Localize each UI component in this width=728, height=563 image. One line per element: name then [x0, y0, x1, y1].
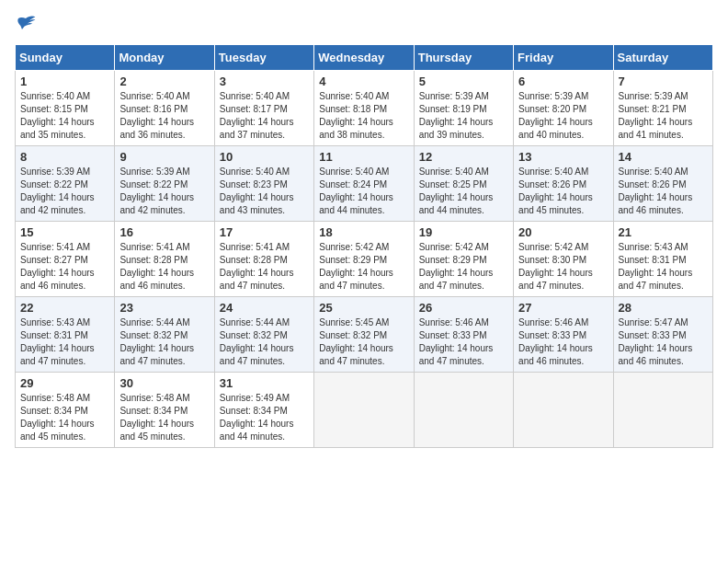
page-header [15, 15, 713, 33]
day-number: 30 [119, 376, 209, 390]
day-detail: Sunrise: 5:39 AMSunset: 8:22 PMDaylight:… [20, 166, 109, 217]
day-detail: Sunrise: 5:39 AMSunset: 8:19 PMDaylight:… [419, 90, 508, 142]
day-number: 22 [20, 301, 109, 315]
calendar-day-cell: 13 Sunrise: 5:40 AMSunset: 8:26 PMDaylig… [514, 146, 613, 222]
logo-bird-icon [15, 15, 37, 33]
day-number: 6 [518, 75, 608, 88]
calendar-day-cell: 18 Sunrise: 5:42 AMSunset: 8:29 PMDaylig… [314, 222, 414, 297]
day-detail: Sunrise: 5:42 AMSunset: 8:30 PMDaylight:… [518, 241, 608, 293]
day-detail: Sunrise: 5:47 AMSunset: 8:33 PMDaylight:… [619, 316, 708, 368]
day-number: 18 [319, 225, 408, 239]
day-number: 1 [20, 75, 109, 88]
calendar-day-cell: 14 Sunrise: 5:40 AMSunset: 8:26 PMDaylig… [613, 146, 712, 222]
calendar-day-cell: 7 Sunrise: 5:39 AMSunset: 8:21 PMDayligh… [613, 71, 712, 146]
calendar-day-cell: 21 Sunrise: 5:43 AMSunset: 8:31 PMDaylig… [613, 222, 712, 297]
day-number: 5 [419, 75, 508, 88]
day-number: 7 [619, 75, 708, 88]
calendar-day-cell [314, 373, 414, 448]
weekday-header-tuesday: Tuesday [214, 45, 313, 71]
day-detail: Sunrise: 5:41 AMSunset: 8:28 PMDaylight:… [119, 241, 209, 293]
calendar-day-cell: 26 Sunrise: 5:46 AMSunset: 8:33 PMDaylig… [414, 297, 513, 373]
day-number: 27 [518, 301, 608, 315]
calendar-day-cell [514, 373, 613, 448]
day-number: 15 [20, 225, 109, 239]
day-detail: Sunrise: 5:40 AMSunset: 8:15 PMDaylight:… [20, 90, 109, 142]
calendar-day-cell: 15 Sunrise: 5:41 AMSunset: 8:27 PMDaylig… [16, 222, 115, 297]
calendar-week-row: 22 Sunrise: 5:43 AMSunset: 8:31 PMDaylig… [16, 297, 713, 373]
calendar-day-cell: 22 Sunrise: 5:43 AMSunset: 8:31 PMDaylig… [16, 297, 115, 373]
day-detail: Sunrise: 5:40 AMSunset: 8:16 PMDaylight:… [119, 90, 209, 142]
calendar-day-cell: 12 Sunrise: 5:40 AMSunset: 8:25 PMDaylig… [414, 146, 513, 222]
calendar-day-cell: 20 Sunrise: 5:42 AMSunset: 8:30 PMDaylig… [514, 222, 613, 297]
calendar-header-row: SundayMondayTuesdayWednesdayThursdayFrid… [16, 45, 713, 71]
day-detail: Sunrise: 5:39 AMSunset: 8:22 PMDaylight:… [119, 166, 209, 217]
day-number: 8 [20, 150, 109, 164]
day-detail: Sunrise: 5:42 AMSunset: 8:29 PMDaylight:… [419, 241, 508, 293]
day-number: 17 [220, 225, 309, 239]
day-number: 13 [518, 150, 608, 164]
day-number: 9 [119, 150, 209, 164]
weekday-header-sunday: Sunday [16, 45, 115, 71]
calendar-day-cell: 9 Sunrise: 5:39 AMSunset: 8:22 PMDayligh… [115, 146, 214, 222]
calendar-day-cell: 27 Sunrise: 5:46 AMSunset: 8:33 PMDaylig… [514, 297, 613, 373]
day-detail: Sunrise: 5:39 AMSunset: 8:21 PMDaylight:… [619, 90, 708, 142]
calendar-table: SundayMondayTuesdayWednesdayThursdayFrid… [15, 44, 713, 448]
calendar-week-row: 15 Sunrise: 5:41 AMSunset: 8:27 PMDaylig… [16, 222, 713, 297]
calendar-day-cell: 23 Sunrise: 5:44 AMSunset: 8:32 PMDaylig… [115, 297, 214, 373]
weekday-header-thursday: Thursday [414, 45, 513, 71]
day-detail: Sunrise: 5:43 AMSunset: 8:31 PMDaylight:… [20, 316, 109, 368]
calendar-day-cell: 31 Sunrise: 5:49 AMSunset: 8:34 PMDaylig… [214, 373, 313, 448]
day-number: 28 [619, 301, 708, 315]
calendar-day-cell [613, 373, 712, 448]
calendar-day-cell: 19 Sunrise: 5:42 AMSunset: 8:29 PMDaylig… [414, 222, 513, 297]
day-detail: Sunrise: 5:40 AMSunset: 8:23 PMDaylight:… [220, 166, 309, 217]
weekday-header-friday: Friday [514, 45, 613, 71]
weekday-header-wednesday: Wednesday [314, 45, 414, 71]
calendar-day-cell: 1 Sunrise: 5:40 AMSunset: 8:15 PMDayligh… [16, 71, 115, 146]
day-detail: Sunrise: 5:49 AMSunset: 8:34 PMDaylight:… [220, 392, 309, 443]
day-number: 19 [419, 225, 508, 239]
calendar-day-cell: 17 Sunrise: 5:41 AMSunset: 8:28 PMDaylig… [214, 222, 313, 297]
day-number: 3 [220, 75, 309, 88]
day-detail: Sunrise: 5:45 AMSunset: 8:32 PMDaylight:… [319, 316, 408, 368]
calendar-day-cell: 28 Sunrise: 5:47 AMSunset: 8:33 PMDaylig… [613, 297, 712, 373]
calendar-day-cell: 24 Sunrise: 5:44 AMSunset: 8:32 PMDaylig… [214, 297, 313, 373]
day-detail: Sunrise: 5:39 AMSunset: 8:20 PMDaylight:… [518, 90, 608, 142]
day-detail: Sunrise: 5:43 AMSunset: 8:31 PMDaylight:… [619, 241, 708, 293]
calendar-week-row: 8 Sunrise: 5:39 AMSunset: 8:22 PMDayligh… [16, 146, 713, 222]
day-detail: Sunrise: 5:40 AMSunset: 8:24 PMDaylight:… [319, 166, 408, 217]
day-number: 31 [220, 376, 309, 390]
day-detail: Sunrise: 5:40 AMSunset: 8:25 PMDaylight:… [419, 166, 508, 217]
day-number: 26 [419, 301, 508, 315]
calendar-day-cell: 25 Sunrise: 5:45 AMSunset: 8:32 PMDaylig… [314, 297, 414, 373]
day-detail: Sunrise: 5:46 AMSunset: 8:33 PMDaylight:… [419, 316, 508, 368]
calendar-day-cell: 8 Sunrise: 5:39 AMSunset: 8:22 PMDayligh… [16, 146, 115, 222]
day-detail: Sunrise: 5:44 AMSunset: 8:32 PMDaylight:… [119, 316, 209, 368]
calendar-day-cell: 3 Sunrise: 5:40 AMSunset: 8:17 PMDayligh… [214, 71, 313, 146]
day-number: 2 [119, 75, 209, 88]
day-detail: Sunrise: 5:41 AMSunset: 8:28 PMDaylight:… [220, 241, 309, 293]
day-detail: Sunrise: 5:40 AMSunset: 8:26 PMDaylight:… [619, 166, 708, 217]
weekday-header-saturday: Saturday [613, 45, 712, 71]
day-detail: Sunrise: 5:44 AMSunset: 8:32 PMDaylight:… [220, 316, 309, 368]
calendar-day-cell: 16 Sunrise: 5:41 AMSunset: 8:28 PMDaylig… [115, 222, 214, 297]
calendar-week-row: 29 Sunrise: 5:48 AMSunset: 8:34 PMDaylig… [16, 373, 713, 448]
calendar-day-cell: 5 Sunrise: 5:39 AMSunset: 8:19 PMDayligh… [414, 71, 513, 146]
day-number: 21 [619, 225, 708, 239]
weekday-header-monday: Monday [115, 45, 214, 71]
day-detail: Sunrise: 5:41 AMSunset: 8:27 PMDaylight:… [20, 241, 109, 293]
day-number: 20 [518, 225, 608, 239]
day-number: 25 [319, 301, 408, 315]
day-detail: Sunrise: 5:48 AMSunset: 8:34 PMDaylight:… [20, 392, 109, 443]
day-number: 10 [220, 150, 309, 164]
day-number: 23 [119, 301, 209, 315]
day-number: 11 [319, 150, 408, 164]
day-detail: Sunrise: 5:42 AMSunset: 8:29 PMDaylight:… [319, 241, 408, 293]
calendar-day-cell: 30 Sunrise: 5:48 AMSunset: 8:34 PMDaylig… [115, 373, 214, 448]
calendar-day-cell: 4 Sunrise: 5:40 AMSunset: 8:18 PMDayligh… [314, 71, 414, 146]
day-number: 24 [220, 301, 309, 315]
calendar-day-cell: 29 Sunrise: 5:48 AMSunset: 8:34 PMDaylig… [16, 373, 115, 448]
day-detail: Sunrise: 5:46 AMSunset: 8:33 PMDaylight:… [518, 316, 608, 368]
day-detail: Sunrise: 5:40 AMSunset: 8:18 PMDaylight:… [319, 90, 408, 142]
day-number: 29 [20, 376, 109, 390]
